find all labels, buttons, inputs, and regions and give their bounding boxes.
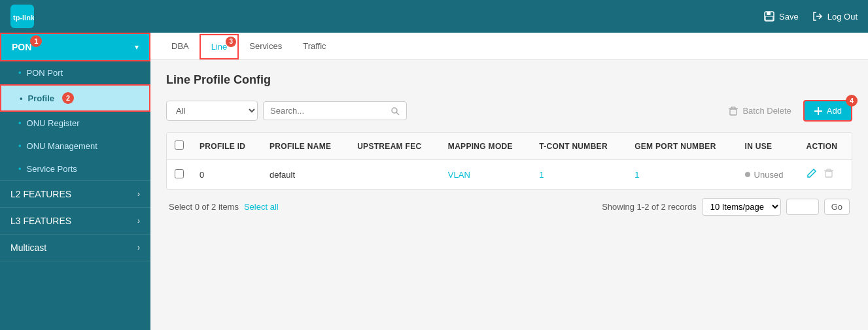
row-mapping-mode[interactable]: VLAN bbox=[440, 160, 531, 190]
sidebar-pon-header[interactable]: PON 1 ▾ bbox=[0, 33, 150, 61]
row-checkbox[interactable] bbox=[175, 169, 184, 178]
tab-line-badge-container: Line 3 bbox=[211, 42, 228, 52]
row-in-use: Unused bbox=[737, 160, 799, 190]
logo: tp-link bbox=[10, 5, 34, 28]
tab-dba[interactable]: DBA bbox=[161, 35, 200, 59]
go-page-input[interactable] bbox=[786, 199, 819, 215]
tab-services[interactable]: Services bbox=[239, 35, 292, 59]
pon-port-label: PON Port bbox=[27, 68, 63, 78]
trash-icon bbox=[728, 106, 738, 116]
tab-dba-label: DBA bbox=[171, 41, 189, 51]
sidebar-multicast[interactable]: Multicast › bbox=[0, 235, 150, 261]
tabs-bar: DBA Line 3 Services Traffic bbox=[150, 33, 868, 60]
logout-button[interactable]: Log Out bbox=[812, 10, 858, 22]
svg-rect-3 bbox=[767, 12, 771, 15]
select-all-checkbox[interactable] bbox=[175, 140, 184, 150]
go-button[interactable]: Go bbox=[824, 199, 850, 215]
sidebar-profile[interactable]: Profile 2 bbox=[0, 84, 150, 112]
profile-badge: 2 bbox=[62, 92, 74, 104]
sidebar-section-l2: L2 FEATURES › bbox=[0, 181, 150, 208]
page-size-select[interactable]: 10 Items/page 20 Items/page 50 Items/pag… bbox=[702, 198, 781, 216]
onu-register-label: ONU Register bbox=[27, 118, 80, 128]
search-input[interactable] bbox=[270, 106, 391, 116]
main-layout: PON 1 ▾ PON Port Profile 2 ONU Register … bbox=[0, 33, 868, 330]
profile-label: Profile bbox=[28, 93, 54, 103]
svg-rect-14 bbox=[825, 171, 832, 177]
col-upstream-fec: UPSTREAM FEC bbox=[349, 133, 440, 160]
tab-traffic[interactable]: Traffic bbox=[292, 35, 336, 59]
save-button[interactable]: Save bbox=[763, 10, 799, 22]
row-checkbox-cell bbox=[167, 160, 192, 190]
col-profile-name: PROFILE NAME bbox=[262, 133, 349, 160]
sidebar-onu-management[interactable]: ONU Management bbox=[0, 135, 150, 157]
pon-chevron-icon: ▾ bbox=[135, 42, 139, 52]
batch-delete-button[interactable]: Batch Delete bbox=[721, 102, 797, 120]
svg-rect-7 bbox=[730, 109, 737, 115]
tp-link-logo-icon: tp-link bbox=[10, 5, 34, 28]
sidebar-section-multicast: Multicast › bbox=[0, 235, 150, 261]
col-t-cont-number: T-CONT NUMBER bbox=[531, 133, 627, 160]
col-in-use: IN USE bbox=[737, 133, 799, 160]
search-icon bbox=[391, 107, 400, 116]
tab-traffic-label: Traffic bbox=[303, 41, 326, 51]
logout-label: Log Out bbox=[827, 12, 858, 22]
svg-rect-4 bbox=[765, 16, 773, 20]
footer-right: Showing 1-2 of 2 records 10 Items/page 2… bbox=[602, 198, 850, 216]
tab-line[interactable]: Line 3 bbox=[200, 34, 239, 59]
header-actions: Save Log Out bbox=[763, 10, 858, 22]
in-use-status: Unused bbox=[745, 170, 791, 180]
col-action: ACTION bbox=[799, 133, 852, 160]
batch-delete-label: Batch Delete bbox=[742, 106, 791, 116]
edit-button[interactable] bbox=[807, 168, 817, 181]
tab-line-badge: 3 bbox=[226, 37, 236, 47]
action-buttons bbox=[807, 168, 844, 181]
sidebar-onu-register[interactable]: ONU Register bbox=[0, 112, 150, 135]
sidebar-pon-port[interactable]: PON Port bbox=[0, 61, 150, 84]
save-label: Save bbox=[779, 12, 799, 22]
toolbar: All bbox=[166, 100, 852, 122]
svg-line-6 bbox=[396, 112, 399, 115]
row-action bbox=[799, 160, 852, 190]
sidebar-service-ports[interactable]: Service Ports bbox=[0, 157, 150, 180]
status-dot-icon bbox=[745, 172, 750, 177]
sidebar-section-pon: PON 1 ▾ PON Port Profile 2 ONU Register … bbox=[0, 33, 150, 181]
sidebar-l3-features[interactable]: L3 FEATURES › bbox=[0, 208, 150, 234]
add-icon bbox=[814, 107, 823, 116]
add-label: Add bbox=[827, 106, 842, 116]
search-box bbox=[263, 101, 407, 120]
row-t-cont-number[interactable]: 1 bbox=[531, 160, 627, 190]
footer-left: Select 0 of 2 items Select all bbox=[169, 202, 279, 212]
table-row: 0 default VLAN bbox=[167, 160, 852, 190]
select-all-link[interactable]: Select all bbox=[244, 202, 279, 212]
page-content: Line Profile Config All bbox=[150, 60, 868, 330]
add-button[interactable]: 4 Add bbox=[803, 100, 852, 122]
select-all-checkbox-cell bbox=[167, 133, 192, 160]
sidebar-section-l3: L3 FEATURES › bbox=[0, 208, 150, 235]
svg-text:tp-link: tp-link bbox=[13, 14, 34, 22]
toolbar-right: Batch Delete 4 Add bbox=[721, 100, 852, 122]
sidebar-l2-features[interactable]: L2 FEATURES › bbox=[0, 181, 150, 207]
multicast-chevron-icon: › bbox=[137, 243, 140, 252]
row-profile-id: 0 bbox=[192, 160, 262, 190]
add-badge: 4 bbox=[846, 95, 858, 107]
pon-label: PON bbox=[12, 42, 31, 52]
save-icon bbox=[763, 10, 775, 22]
delete-button[interactable] bbox=[824, 168, 834, 181]
filter-select[interactable]: All bbox=[166, 101, 258, 121]
l2-chevron-icon: › bbox=[137, 190, 140, 199]
table-header-row: PROFILE ID PROFILE NAME UPSTREAM FEC MAP… bbox=[167, 133, 852, 160]
l3-chevron-icon: › bbox=[137, 216, 140, 225]
logout-icon bbox=[812, 10, 824, 22]
tab-services-label: Services bbox=[249, 41, 282, 51]
row-gem-port-number[interactable]: 1 bbox=[627, 160, 737, 190]
l3-features-label: L3 FEATURES bbox=[10, 216, 71, 226]
l2-features-label: L2 FEATURES bbox=[10, 189, 71, 199]
page-title: Line Profile Config bbox=[166, 73, 852, 87]
data-table: PROFILE ID PROFILE NAME UPSTREAM FEC MAP… bbox=[166, 132, 852, 190]
profile-table: PROFILE ID PROFILE NAME UPSTREAM FEC MAP… bbox=[167, 133, 852, 190]
row-profile-name: default bbox=[262, 160, 349, 190]
service-ports-label: Service Ports bbox=[27, 164, 77, 174]
showing-label: Showing 1-2 of 2 records bbox=[602, 202, 697, 212]
content-area: DBA Line 3 Services Traffic Line Profile… bbox=[150, 33, 868, 330]
pon-badge-num: 1 bbox=[30, 35, 42, 47]
